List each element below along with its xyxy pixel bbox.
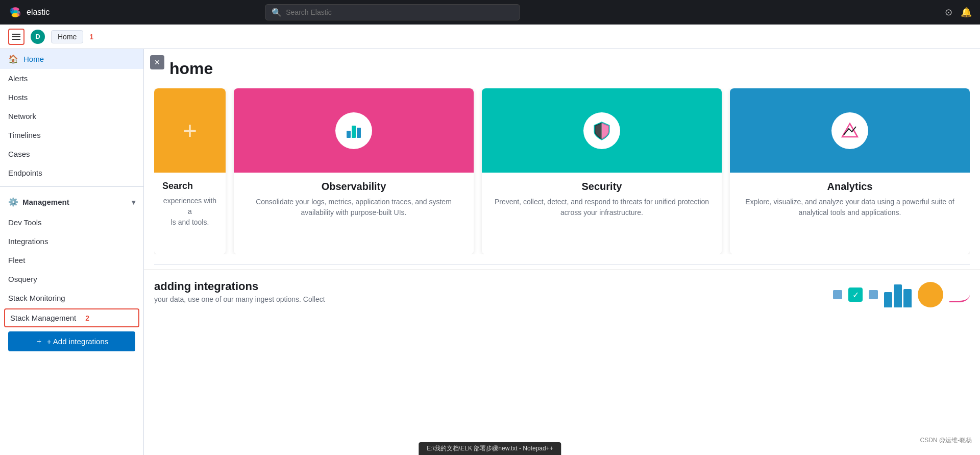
add-integrations-button[interactable]: ＋ + Add integrations: [8, 331, 135, 351]
search-card-desc: experiences with als and tools.: [162, 196, 217, 228]
search-bar[interactable]: 🔍: [265, 4, 520, 20]
analytics-card-body: Analytics Explore, visualize, and analyz…: [730, 173, 970, 254]
svg-rect-8: [357, 128, 361, 138]
analytics-card[interactable]: Analytics Explore, visualize, and analyz…: [730, 88, 970, 254]
observability-icon-circle: [335, 112, 372, 149]
elastic-logo-icon: [8, 5, 22, 19]
security-title: Security: [490, 181, 714, 193]
sidebar-item-hosts[interactable]: Hosts: [0, 88, 143, 107]
solutions-section: + Search experiences with als and tools.: [144, 88, 980, 265]
close-button[interactable]: ✕: [150, 55, 164, 69]
fleet-label: Fleet: [8, 256, 25, 265]
sidebar: 🏠 Home Alerts Hosts Network Timelines Ca…: [0, 49, 144, 455]
security-desc: Prevent, collect, detect, and respond to…: [490, 197, 714, 218]
sidebar-item-stack-management[interactable]: Stack Management 2: [4, 308, 139, 327]
integrations-desc: your data, use one of our many ingest op…: [154, 295, 325, 303]
main-layout: 🏠 Home Alerts Hosts Network Timelines Ca…: [0, 49, 980, 455]
security-card-image: [482, 88, 722, 173]
stack-monitoring-label: Stack Monitoring: [8, 294, 65, 302]
analytics-icon-circle: [831, 112, 868, 149]
search-plus-icon: +: [183, 116, 197, 145]
search-icon: 🔍: [272, 8, 282, 17]
search-card-body: Search experiences with als and tools.: [154, 173, 226, 254]
management-icon: ⚙️: [8, 197, 18, 207]
security-icon: [592, 121, 612, 141]
vis-checkbox: ✓: [848, 288, 863, 302]
add-integrations-icon: ＋: [35, 337, 43, 346]
hamburger-icon: [12, 34, 20, 40]
analytics-desc: Explore, visualize, and analyze your dat…: [738, 197, 962, 218]
security-icon-circle: [583, 112, 620, 149]
network-label: Network: [8, 112, 36, 121]
sidebar-item-endpoints[interactable]: Endpoints: [0, 163, 143, 182]
help-icon[interactable]: ⊙: [945, 7, 952, 18]
search-input[interactable]: [286, 8, 513, 16]
sidebar-item-alerts[interactable]: Alerts: [0, 69, 143, 88]
breadcrumb-home-button[interactable]: Home: [51, 30, 83, 43]
solution-cards-row: + Search experiences with als and tools.: [154, 88, 970, 254]
vis-curve: [949, 287, 970, 302]
header: elastic 🔍 ⊙ 🔔: [0, 0, 980, 25]
watermark: CSDN @运维-晓杨: [920, 436, 972, 445]
observability-icon: [344, 121, 364, 141]
search-card-image: +: [154, 88, 226, 173]
cases-label: Cases: [8, 150, 30, 158]
integrations-label: Integrations: [8, 237, 48, 246]
search-card-partial[interactable]: + Search experiences with als and tools.: [154, 88, 226, 254]
user-avatar[interactable]: D: [31, 30, 45, 44]
page-title-bar: home: [144, 49, 980, 88]
sidebar-item-home[interactable]: 🏠 Home: [0, 49, 143, 69]
svg-rect-7: [352, 126, 356, 138]
vis-square-2: [869, 290, 878, 299]
sidebar-item-osquery[interactable]: Osquery: [0, 270, 143, 289]
taskbar-notepad[interactable]: E:\我的文档\ELK 部署步骤new.txt - Notepad++: [419, 442, 561, 455]
sidebar-item-timelines[interactable]: Timelines: [0, 126, 143, 145]
section-divider: [154, 265, 970, 265]
observability-desc: Consolidate your logs, metrics, applicat…: [242, 197, 465, 218]
observability-card-body: Observability Consolidate your logs, met…: [234, 173, 474, 254]
hosts-label: Hosts: [8, 93, 28, 102]
integrations-title: adding integrations: [154, 280, 325, 293]
svg-point-5: [17, 11, 20, 16]
vis-yellow-circle: [918, 282, 943, 307]
header-logo-text: elastic: [27, 8, 50, 17]
header-logo[interactable]: elastic: [8, 5, 50, 19]
analytics-title: Analytics: [738, 181, 962, 193]
management-section-header[interactable]: ⚙️ Management ▾: [0, 191, 143, 213]
vis-square-1: [833, 290, 842, 299]
integrations-section: adding integrations your data, use one o…: [144, 269, 980, 318]
sidebar-item-dev-tools[interactable]: Dev Tools: [0, 213, 143, 232]
integrations-text: adding integrations your data, use one o…: [154, 280, 325, 303]
security-card[interactable]: Security Prevent, collect, detect, and r…: [482, 88, 722, 254]
sidebar-item-network[interactable]: Network: [0, 107, 143, 126]
osquery-label: Osquery: [8, 275, 37, 283]
vis-bar-chart: [884, 282, 912, 307]
observability-card-image: [234, 88, 474, 173]
chevron-down-icon: ▾: [132, 198, 135, 206]
sub-header: D Home 1: [0, 25, 980, 49]
sidebar-item-stack-monitoring[interactable]: Stack Monitoring: [0, 289, 143, 307]
main-content: ✕ home + Search experiences with als and…: [144, 49, 980, 455]
alerts-label: Alerts: [8, 74, 28, 83]
analytics-card-image: [730, 88, 970, 173]
security-card-body: Security Prevent, collect, detect, and r…: [482, 173, 722, 254]
notifications-icon[interactable]: 🔔: [961, 7, 972, 18]
endpoints-label: Endpoints: [8, 169, 42, 177]
sidebar-item-integrations[interactable]: Integrations: [0, 232, 143, 251]
header-actions: ⊙ 🔔: [945, 7, 972, 18]
indicator-2: 2: [85, 314, 89, 322]
svg-point-4: [10, 8, 14, 14]
integration-visual: ✓: [833, 282, 970, 307]
svg-rect-6: [347, 131, 351, 138]
vis-bar-3: [903, 289, 912, 307]
add-integrations-label: + Add integrations: [47, 337, 109, 346]
page-title: home: [169, 59, 960, 78]
vis-bar-1: [884, 292, 892, 307]
sidebar-item-cases[interactable]: Cases: [0, 145, 143, 163]
observability-card[interactable]: Observability Consolidate your logs, met…: [234, 88, 474, 254]
observability-title: Observability: [242, 181, 465, 193]
sidebar-item-fleet[interactable]: Fleet: [0, 251, 143, 270]
sidebar-home-label: Home: [23, 55, 44, 63]
hamburger-button[interactable]: [8, 29, 24, 45]
analytics-icon: [840, 121, 860, 141]
